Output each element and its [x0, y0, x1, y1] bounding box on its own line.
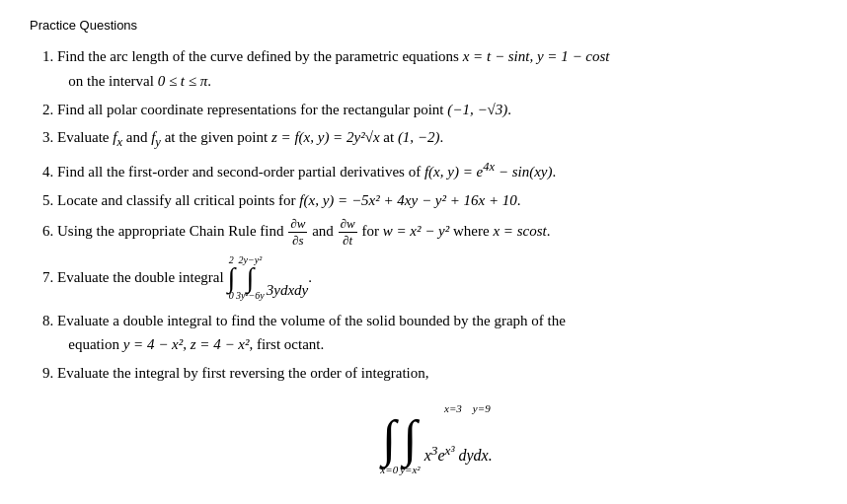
q7-text: Evaluate the double integral 2 ∫ 0 2y−y²… — [57, 269, 312, 285]
q4-text: Find all the first-order and second-orde… — [57, 164, 556, 180]
question-6: Using the appropriate Chain Rule find ∂w… — [57, 216, 817, 248]
question-2: Find all polar coordinate representation… — [57, 98, 817, 122]
page-title: Practice Questions — [30, 18, 817, 33]
q1-text: Find the arc length of the curve defined… — [57, 48, 610, 89]
integral-display: x=3 y=9 ∫ x=0 ∫ y=x² x3ex³ dydx. — [57, 399, 817, 478]
q3-text: Evaluate fx and fy at the given point z … — [57, 129, 443, 145]
q8-text: Evaluate a double integral to find the v… — [57, 313, 566, 353]
question-8: Evaluate a double integral to find the v… — [57, 309, 817, 358]
question-3: Evaluate fx and fy at the given point z … — [57, 125, 817, 153]
q5-text: Locate and classify all critical points … — [57, 192, 521, 208]
question-1: Find the arc length of the curve defined… — [57, 44, 817, 94]
q9-text: Evaluate the integral by first reversing… — [57, 365, 429, 381]
question-4: Find all the first-order and second-orde… — [57, 157, 817, 184]
question-7: Evaluate the double integral 2 ∫ 0 2y−y²… — [57, 252, 817, 305]
q2-text: Find all polar coordinate representation… — [57, 102, 511, 117]
question-5: Locate and classify all critical points … — [57, 188, 817, 213]
q6-text: Using the appropriate Chain Rule find ∂w… — [57, 223, 550, 239]
question-9: Evaluate the integral by first reversing… — [57, 361, 817, 478]
questions-list: Find the arc length of the curve defined… — [57, 44, 817, 478]
